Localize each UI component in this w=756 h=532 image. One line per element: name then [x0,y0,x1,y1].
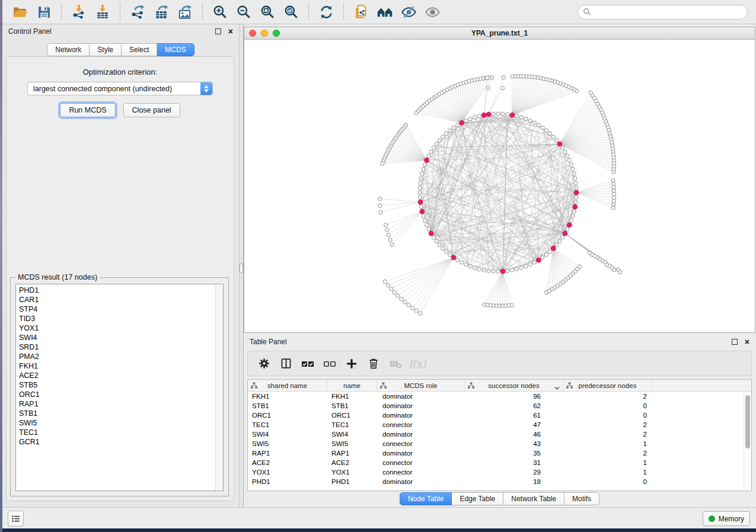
graph-mcds-node[interactable] [567,223,572,227]
graph-node[interactable] [501,86,505,90]
graph-node[interactable] [473,116,477,119]
table-row[interactable]: ACE2ACE2connector311 [248,458,744,467]
graph-mcds-node[interactable] [537,258,541,262]
graph-node[interactable] [441,135,445,139]
graph-node[interactable] [612,182,615,185]
graph-node[interactable] [477,267,481,271]
table-scrollbar[interactable] [744,392,751,491]
graph-node[interactable] [378,204,382,207]
graph-node[interactable] [432,236,435,239]
select-all-icon[interactable] [299,355,317,373]
graph-node[interactable] [563,150,567,153]
graph-node[interactable] [575,186,578,190]
table-row[interactable]: STB1STB1dominator620 [248,401,744,411]
tab-mcds[interactable]: MCDS [157,43,194,56]
settings-gear-icon[interactable] [255,355,273,373]
graph-node[interactable] [566,227,569,231]
graph-node[interactable] [574,200,578,204]
table-row[interactable]: SWI5SWI5connector431 [248,439,744,448]
mcds-list-item[interactable]: CAR1 [16,295,215,305]
float-panel-icon[interactable] [732,339,738,345]
graph-mcds-node[interactable] [451,255,456,260]
export-network-icon[interactable] [128,2,147,21]
deselect-all-icon[interactable] [321,355,339,373]
graph-node[interactable] [573,177,577,180]
tab-style[interactable]: Style [90,43,122,56]
graph-node[interactable] [452,126,455,129]
mcds-list-item[interactable]: STB1 [16,409,215,418]
graph-node[interactable] [492,270,495,273]
graph-node[interactable] [528,262,532,266]
zoom-in-icon[interactable] [210,2,229,21]
mcds-list-item[interactable]: PHD1 [16,286,215,295]
save-session-icon[interactable] [34,2,53,21]
graph-node[interactable] [381,162,384,165]
mcds-list-item[interactable]: FKH1 [16,361,215,371]
graph-node[interactable] [571,167,575,171]
show-eye-icon[interactable] [423,2,442,21]
run-mcds-button[interactable]: Run MCDS [60,103,115,117]
open-session-icon[interactable] [11,2,30,21]
graph-node[interactable] [378,197,381,201]
mcds-list-item[interactable]: ORC1 [16,390,215,399]
window-zoom-icon[interactable] [273,30,280,37]
network-window-titlebar[interactable]: YPA_prune.txt_1 [244,27,755,40]
graph-node[interactable] [418,196,422,199]
graph-node[interactable] [385,228,389,232]
graph-mcds-node[interactable] [420,209,425,214]
graph-node[interactable] [418,191,422,194]
graph-node[interactable] [575,196,578,199]
close-panel-icon[interactable]: × [745,339,749,345]
graph-node[interactable] [548,250,551,254]
mcds-list-scrollbar[interactable] [215,284,223,491]
graph-node[interactable] [485,76,489,79]
graph-node[interactable] [501,112,505,116]
mcds-list-item[interactable]: PMA2 [16,352,215,361]
graph-node[interactable] [515,267,519,271]
table-row[interactable]: RAP1RAP1dominator352 [248,448,744,458]
graph-node[interactable] [390,243,394,246]
graph-node[interactable] [386,283,390,287]
window-minimize-icon[interactable] [261,30,268,37]
search-field[interactable] [578,5,748,20]
delete-column-trash-icon[interactable] [365,355,382,373]
graph-node[interactable] [612,185,615,189]
graph-node[interactable] [410,306,414,310]
table-row[interactable]: SWI4SWI4dominator462 [248,430,744,439]
show-panels-button[interactable] [8,511,24,527]
graph-node[interactable] [432,146,435,149]
graph-node[interactable] [435,142,438,146]
graph-node[interactable] [524,117,528,121]
mcds-result-list[interactable]: PHD1CAR1STP4TID3YOX1SWI4SRD1PMA2FKH1ACE2… [15,284,224,491]
graph-node[interactable] [548,132,551,135]
splitter-grip[interactable] [240,264,243,273]
table-row[interactable]: ORC1ORC1dominator610 [248,411,744,420]
graph-mcds-node[interactable] [486,112,491,117]
graph-node[interactable] [464,262,468,266]
graph-node[interactable] [572,210,576,213]
graph-node[interactable] [482,268,486,272]
graph-node[interactable] [574,181,578,185]
graph-node[interactable] [496,270,500,273]
mcds-list-item[interactable]: ACE2 [16,371,215,380]
graph-node[interactable] [506,269,509,273]
graph-node[interactable] [379,210,382,214]
graph-node[interactable] [460,261,464,264]
graph-node[interactable] [541,255,544,259]
float-panel-icon[interactable] [215,28,221,34]
graph-node[interactable] [571,214,575,218]
network-canvas[interactable] [244,40,755,332]
mcds-list-item[interactable]: STP4 [16,305,215,314]
graph-node[interactable] [441,246,445,250]
search-network-icon[interactable] [375,2,394,21]
graph-mcds-node[interactable] [551,246,556,251]
graph-mcds-node[interactable] [573,204,578,209]
mcds-list-item[interactable]: SWI4 [16,333,215,342]
column-header-name[interactable]: name [327,380,377,392]
tab-node-table[interactable]: Node Table [400,492,452,505]
graph-node[interactable] [473,266,477,270]
graph-node[interactable] [561,236,564,239]
graph-mcds-node[interactable] [418,200,423,204]
tab-select[interactable]: Select [122,43,157,56]
clone-network-icon[interactable] [352,2,371,21]
